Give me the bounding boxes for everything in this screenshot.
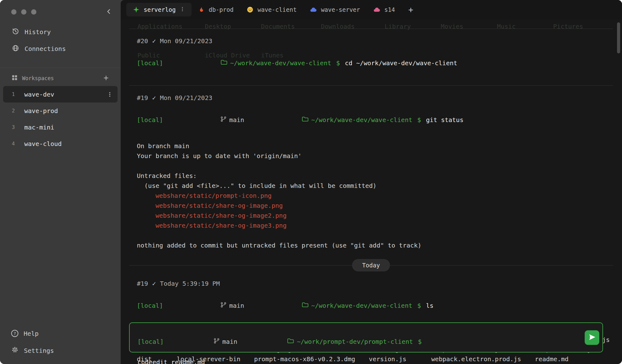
face-icon <box>247 6 253 13</box>
prompt-line: [local] ~/work/wave-dev/wave-client $ cd… <box>137 48 613 78</box>
history-entry-19-git-status[interactable]: #19 ✓ Mon 09/21/2023 [local] main <box>129 94 613 250</box>
send-button[interactable] <box>585 330 599 345</box>
blue-cloud-icon <box>310 6 317 13</box>
prompt-dollar: $ <box>336 58 340 68</box>
tab-menu-icon[interactable] <box>180 6 185 13</box>
workspace-label: wave-dev <box>24 91 54 98</box>
git-branch: main <box>169 327 237 357</box>
workspace-label: wave-prod <box>24 107 58 115</box>
command-output: On branch main Your branch is up to date… <box>137 141 613 250</box>
sidebar-item-help[interactable]: ? Help <box>0 325 121 342</box>
tab-label: db-prod <box>209 6 234 13</box>
output-line-blank <box>137 230 613 240</box>
prompt-line: [local] main ~/work/wave-dev/wave-client <box>137 291 613 321</box>
tab-label: wave-client <box>258 6 297 13</box>
untracked-file: webshare/static/prompt-icon.png <box>137 191 613 201</box>
entry-number: #20 <box>137 37 148 45</box>
question-glyph: ? <box>13 331 16 336</box>
globe-icon <box>12 44 19 53</box>
untracked-file: webshare/static/share-og-image.png <box>137 201 613 211</box>
workspace-item-mac-mini[interactable]: 3 mac-mini <box>3 119 118 135</box>
workspace-item-wave-dev[interactable]: 1 wave-dev <box>3 86 118 102</box>
command-text: ls <box>426 301 434 311</box>
workspaces-section: Workspaces 1 wave-dev 2 wave-prod <box>0 68 121 152</box>
host-label: [local] <box>137 58 163 68</box>
host-label: [local] <box>137 337 164 347</box>
entry-date: Mon 09/21/2023 <box>160 94 212 102</box>
tab-label: s14 <box>384 6 395 13</box>
history-icon <box>12 28 19 37</box>
cwd-path: ~/work/wave-dev/wave-client <box>311 301 412 311</box>
traffic-lights <box>11 9 36 15</box>
cwd: ~/work/prompt-dev/prompt-client <box>242 327 413 357</box>
scrollbar-thumb[interactable] <box>617 22 620 53</box>
entry-date: Today 5:39:19 PM <box>160 280 220 288</box>
git-branch-icon <box>168 105 226 135</box>
workspace-label: wave-cloud <box>24 140 62 148</box>
tab-label: wave-server <box>321 6 360 13</box>
host-label: [local] <box>137 301 163 311</box>
git-branch-icon <box>169 327 220 357</box>
git-branch-icon <box>168 291 226 321</box>
paper-plane-icon <box>588 333 596 342</box>
tab-db-prod[interactable]: db-prod <box>192 3 240 16</box>
tab-wave-server[interactable]: wave-server <box>303 3 367 16</box>
output-line: Your branch is up to date with 'origin/m… <box>137 151 613 161</box>
today-pill-button[interactable]: Today <box>352 259 390 271</box>
command-input-value[interactable]: codeedit readme.md <box>137 357 580 364</box>
sparkle-icon <box>133 6 140 13</box>
workspace-label: mac-mini <box>24 124 54 131</box>
check-icon: ✓ <box>152 94 156 102</box>
entry-number: #19 <box>137 94 148 102</box>
output-line: On branch main <box>137 141 613 151</box>
zoom-button[interactable] <box>31 9 36 15</box>
help-icon: ? <box>11 330 18 337</box>
sidebar-item-settings[interactable]: Settings <box>0 342 121 359</box>
workspace-item-wave-prod[interactable]: 2 wave-prod <box>3 102 118 119</box>
sidebar-top <box>0 0 121 24</box>
minimize-button[interactable] <box>21 9 26 15</box>
tab-serverlog[interactable]: serverlog <box>126 3 192 16</box>
output-line-blank <box>137 161 613 171</box>
cwd-path: ~/work/prompt-dev/prompt-client <box>297 337 413 347</box>
git-branch-name: main <box>229 301 244 311</box>
prompt-dollar: $ <box>417 115 421 125</box>
command-text: cd ~/work/wave-dev/wave-client <box>345 58 457 68</box>
git-branch: main <box>168 105 244 135</box>
workspace-index: 4 <box>12 141 24 147</box>
app-window: History Connections Workspaces <box>0 0 622 364</box>
untracked-file: webshare/static/share-og-image3.png <box>137 221 613 230</box>
sidebar-nav: History Connections <box>0 24 121 57</box>
sidebar-item-label: Help <box>24 330 39 337</box>
sidebar-item-connections[interactable]: Connections <box>0 40 121 57</box>
tab-s14[interactable]: s14 <box>367 3 402 16</box>
sidebar-item-label: History <box>25 28 51 36</box>
prompt-dollar: $ <box>418 337 422 347</box>
history-entry-20[interactable]: #20 ✓ Mon 09/21/2023 [local] ~/work/wave… <box>129 37 613 78</box>
prompt-dollar: $ <box>417 301 421 311</box>
sidebar-item-history[interactable]: History <box>0 24 121 40</box>
chevron-left-icon <box>106 8 112 16</box>
workspace-index: 2 <box>12 108 24 114</box>
workspace-menu-button[interactable] <box>107 92 113 97</box>
command-text: git status <box>426 115 463 125</box>
today-divider: Today <box>129 259 613 271</box>
host-label: [local] <box>137 115 163 125</box>
tab-bar: serverlog db-prod wave-client <box>121 0 622 19</box>
workspace-index: 1 <box>12 91 24 97</box>
folder-icon <box>249 105 309 135</box>
add-tab-button[interactable]: + <box>404 3 418 16</box>
sidebar-item-label: Connections <box>25 45 66 52</box>
command-input[interactable]: [local] main ~/work/prompt-dev/prompt-cl… <box>129 322 603 353</box>
tab-wave-client[interactable]: wave-client <box>240 3 303 16</box>
add-workspace-button[interactable] <box>102 74 110 83</box>
folder-icon <box>168 48 227 78</box>
input-prompt-line: [local] main ~/work/prompt-dev/prompt-cl… <box>137 327 580 357</box>
workspace-item-wave-cloud[interactable]: 4 wave-cloud <box>3 135 118 152</box>
close-button[interactable] <box>11 9 16 15</box>
terminal-history: #20 ✓ Mon 09/21/2023 [local] ~/work/wave… <box>121 29 622 364</box>
sidebar-collapse-button[interactable] <box>104 7 113 17</box>
cwd: ~/work/wave-dev/wave-client <box>249 291 412 321</box>
workspaces-header: Workspaces <box>0 71 121 86</box>
sidebar-item-label: Settings <box>24 347 54 354</box>
